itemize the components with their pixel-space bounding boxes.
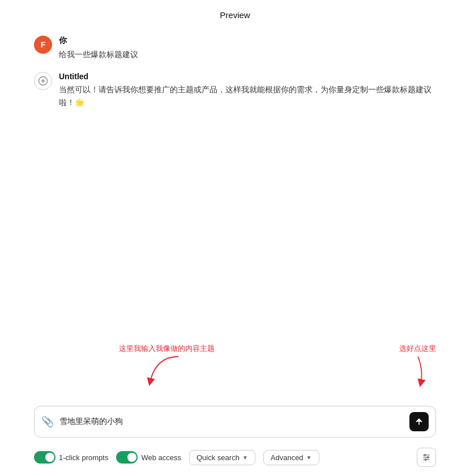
toggle-1click-switch[interactable] <box>34 451 55 464</box>
user-message-content: 你 给我一些爆款标题建议 <box>59 36 138 61</box>
advanced-label: Advanced <box>271 453 304 462</box>
toggle-web-access: Web access <box>116 451 181 464</box>
bot-name: Untitled <box>59 72 436 81</box>
advanced-chevron-icon: ▼ <box>306 454 312 461</box>
user-message-text: 给我一些爆款标题建议 <box>59 48 138 61</box>
input-area: 📎 <box>0 406 470 443</box>
user-message-row: F 你 给我一些爆款标题建议 <box>34 36 436 61</box>
bot-message-text: 当然可以！请告诉我你想要推广的主题或产品，这样我就能根据你的需求，为你量身定制一… <box>59 83 436 109</box>
svg-point-5 <box>424 454 426 456</box>
toggle-1click-label: 1-click prompts <box>59 453 108 462</box>
settings-button[interactable] <box>417 448 436 467</box>
advanced-dropdown[interactable]: Advanced ▼ <box>263 450 319 465</box>
bot-message-content: Untitled 当然可以！请告诉我你想要推广的主题或产品，这样我就能根据你的需… <box>59 72 436 109</box>
toggle-web-switch[interactable] <box>116 451 138 464</box>
svg-point-6 <box>427 457 429 458</box>
message-input[interactable] <box>59 417 404 426</box>
annotations-area: 这里我输入我像做的内容主题 选好点这里 <box>0 338 470 406</box>
quick-search-dropdown[interactable]: Quick search ▼ <box>189 450 255 465</box>
right-annotation: 选好点这里 <box>399 344 436 388</box>
bot-message-row: Untitled 当然可以！请告诉我你想要推广的主题或产品，这样我就能根据你的需… <box>34 72 436 109</box>
toolbar-row: 1-click prompts Web access Quick search … <box>0 443 470 476</box>
user-name: 你 <box>59 36 138 46</box>
svg-point-7 <box>425 459 426 461</box>
quick-search-label: Quick search <box>196 453 240 462</box>
toggle-web-label: Web access <box>141 453 181 462</box>
annotation-left-text: 这里我输入我像做的内容主题 <box>119 344 215 354</box>
input-box: 📎 <box>34 406 436 438</box>
page-title: Preview <box>0 0 470 27</box>
send-button[interactable] <box>409 412 429 431</box>
attach-icon[interactable]: 📎 <box>41 415 54 428</box>
bot-avatar <box>34 72 52 90</box>
chat-area: F 你 给我一些爆款标题建议 Untitled 当然可以！请告诉我你想要推广的主… <box>0 27 470 338</box>
left-annotation: 这里我输入我像做的内容主题 <box>119 344 215 388</box>
quick-search-chevron-icon: ▼ <box>242 454 248 461</box>
user-avatar: F <box>34 36 52 54</box>
toggle-1-click-prompts: 1-click prompts <box>34 451 108 464</box>
annotation-right-text: 选好点这里 <box>399 344 436 354</box>
